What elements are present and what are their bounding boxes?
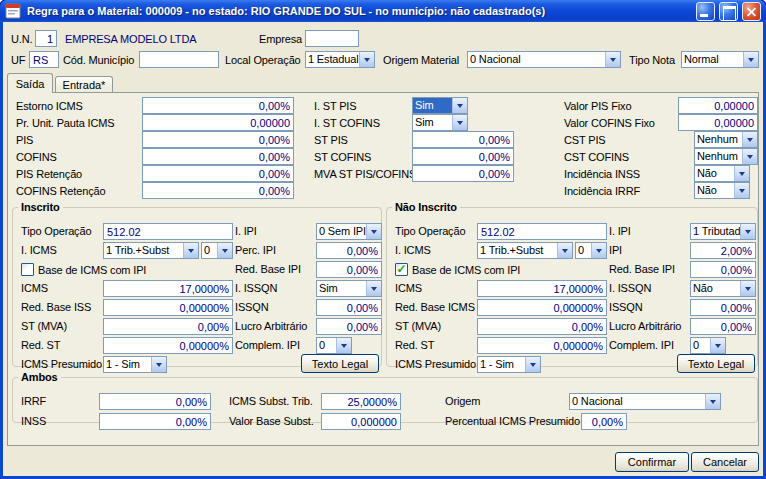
incidencia-inss-combo[interactable]: Não [694,165,750,182]
tab-saida[interactable]: Saída [7,73,53,93]
cofins-retencao-input[interactable] [142,182,294,199]
nao-inscrito-lucro-arbitrario-input[interactable] [690,318,756,335]
chevron-down-icon[interactable] [557,243,572,258]
valor-pis-fixo-label: Valor PIS Fixo [564,100,631,112]
chevron-down-icon[interactable] [734,183,749,198]
estorno-icms-input[interactable] [142,97,294,114]
cst-cofins-combo[interactable]: Nenhum [694,148,758,165]
irrf-input[interactable] [99,393,211,410]
valor-cofins-fixo-input[interactable] [678,114,758,131]
inscrito-st-mva-input[interactable] [103,318,233,335]
nao-inscrito-base-icms-com-ipi-checkbox[interactable]: ✓ [395,263,408,276]
st-pis-label: ST PIS [314,134,348,146]
tipo-nota-combo[interactable]: Normal [681,51,759,68]
pis-input[interactable] [142,131,294,148]
st-pis-input[interactable] [412,131,514,148]
chevron-down-icon[interactable] [366,224,381,239]
local-operacao-combo[interactable]: 1 Estadual [305,51,375,68]
chevron-down-icon[interactable] [336,338,351,353]
inscrito-i-ipi-combo[interactable]: 0 Sem IPI [316,223,382,240]
pis-retencao-input[interactable] [142,165,294,182]
chevron-down-icon[interactable] [740,281,755,296]
nao-inscrito-i-ipi-combo[interactable]: 1 Tributada [690,223,756,240]
minimize-button[interactable] [696,2,715,21]
pr-unit-pauta-icms-input[interactable] [142,114,294,131]
cod-municipio-input[interactable] [139,51,219,68]
uf-input[interactable] [29,51,59,68]
chevron-down-icon[interactable] [605,52,620,67]
nao-inscrito-red-base-icms-input[interactable] [477,299,607,316]
chevron-down-icon[interactable] [452,98,467,113]
nao-inscrito-i-icms-sub-combo[interactable]: 0 [575,242,607,259]
chevron-down-icon[interactable] [705,394,720,409]
cst-cofins-label: CST COFINS [564,151,629,163]
chevron-down-icon[interactable] [183,243,198,258]
empresa-input[interactable] [305,30,359,47]
un-input[interactable] [35,30,57,47]
nao-inscrito-icms-input[interactable] [477,280,607,297]
chevron-down-icon[interactable] [452,115,467,130]
nao-inscrito-icms-presumido-value: 1 - Sim [478,357,525,372]
i-st-cofins-value: Sim [413,115,452,130]
inscrito-base-icms-com-ipi-checkbox[interactable] [21,263,34,276]
nao-inscrito-complem-ipi-combo[interactable]: 0 [690,337,726,354]
percentual-icms-presumido-input[interactable] [581,413,627,430]
inscrito-issqn-input[interactable] [316,299,382,316]
icms-subst-trib-input[interactable] [321,393,401,410]
incidencia-irrf-combo[interactable]: Não [694,182,750,199]
i-st-cofins-combo[interactable]: Sim [412,114,468,131]
cst-pis-combo[interactable]: Nenhum [694,131,758,148]
nao-inscrito-red-st-input[interactable] [477,337,607,354]
inscrito-i-icms-sub-combo[interactable]: 0 [201,242,233,259]
nao-inscrito-tipo-operacao-input[interactable] [477,223,607,240]
chevron-down-icon[interactable] [217,243,232,258]
inss-input[interactable] [99,413,211,430]
mva-st-pis-cofins-input[interactable] [412,165,514,182]
nao-inscrito-icms-presumido-label: ICMS Presumido [395,358,476,370]
inscrito-red-st-input[interactable] [103,337,233,354]
nao-inscrito-base-icms-com-ipi-label: Base de ICMS com IPI [412,264,520,276]
nao-inscrito-issqn-input[interactable] [690,299,756,316]
chevron-down-icon[interactable] [359,52,374,67]
origem-material-combo[interactable]: 0 Nacional [467,51,621,68]
chevron-down-icon[interactable] [743,52,758,67]
chevron-down-icon[interactable] [740,224,755,239]
chevron-down-icon[interactable] [366,281,381,296]
inscrito-i-issqn-combo[interactable]: Sim [316,280,382,297]
chevron-down-icon[interactable] [710,338,725,353]
i-st-pis-combo[interactable]: Sim [412,97,468,114]
inscrito-complem-ipi-combo[interactable]: 0 [316,337,352,354]
chevron-down-icon[interactable] [151,357,166,372]
chevron-down-icon[interactable] [742,149,757,164]
nao-inscrito-ipi-input[interactable] [690,242,756,259]
nao-inscrito-red-base-ipi-input[interactable] [690,261,756,278]
nao-inscrito-i-icms-label: I. ICMS [395,244,431,256]
confirmar-button[interactable]: Confirmar [615,452,689,472]
inscrito-tipo-operacao-label: Tipo Operação [21,225,91,237]
valor-pis-fixo-input[interactable] [678,97,758,114]
inscrito-icms-input[interactable] [103,280,233,297]
inscrito-red-base-ipi-input[interactable] [316,261,382,278]
chevron-down-icon[interactable] [734,166,749,181]
st-cofins-input[interactable] [412,148,514,165]
nao-inscrito-st-mva-input[interactable] [477,318,607,335]
inscrito-i-icms-combo[interactable]: 1 Trib.+Subst [103,242,199,259]
maximize-button[interactable] [719,2,738,21]
chevron-down-icon[interactable] [742,132,757,147]
chevron-down-icon[interactable] [591,243,606,258]
inscrito-i-icms-value: 1 Trib.+Subst [104,243,183,258]
nao-inscrito-i-icms-combo[interactable]: 1 Trib.+Subst [477,242,573,259]
cancelar-button[interactable]: Cancelar [691,452,759,472]
valor-base-subst-input[interactable] [321,413,401,430]
inscrito-red-base-iss-input[interactable] [103,299,233,316]
inscrito-lucro-arbitrario-input[interactable] [316,318,382,335]
cofins-input[interactable] [142,148,294,165]
tab-entrada[interactable]: Entrada* [55,76,113,93]
close-button[interactable] [742,2,761,21]
nao-inscrito-i-issqn-combo[interactable]: Não [690,280,756,297]
inscrito-perc-ipi-input[interactable] [316,242,382,259]
inscrito-base-icms-com-ipi-label: Base de ICMS com IPI [38,264,146,276]
inscrito-tipo-operacao-input[interactable] [103,223,233,240]
chevron-down-icon[interactable] [525,357,540,372]
origem-combo[interactable]: 0 Nacional [569,393,721,410]
